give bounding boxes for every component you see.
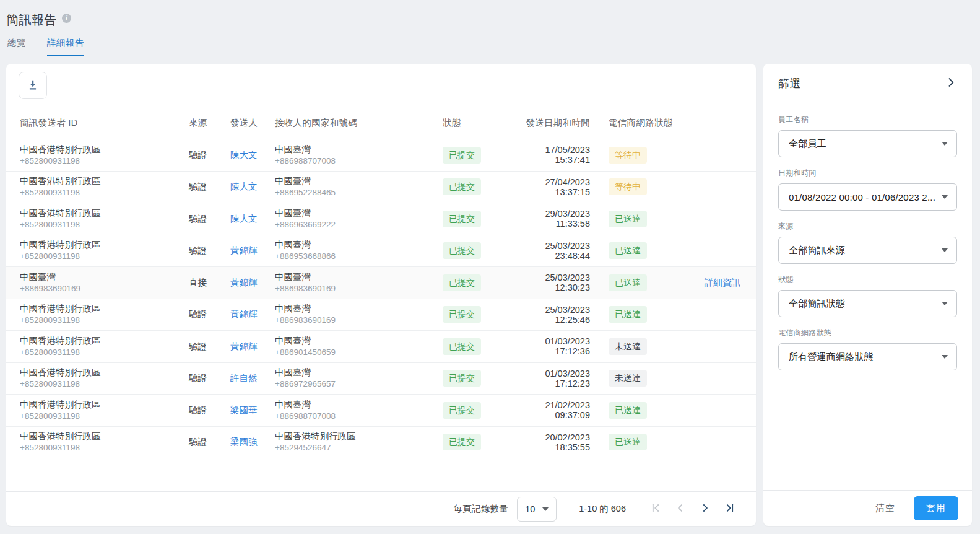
table-row[interactable]: 中國香港特別行政區 +852800931198 驗證 陳大文 中國臺灣 +886… — [6, 203, 756, 235]
filter-field-select[interactable]: 全部員工 — [778, 130, 957, 157]
filter-field-select[interactable]: 全部簡訊狀態 — [778, 290, 957, 317]
sender-cell: 中國香港特別行政區 +852800931198 — [20, 335, 189, 358]
sender-name-link[interactable]: 黃錦輝 — [230, 277, 275, 289]
status-badge: 已提交 — [443, 306, 481, 323]
recipient-number: +886953668866 — [275, 251, 443, 262]
previous-page-button[interactable] — [668, 497, 693, 522]
carrier-status-badge: 已送達 — [609, 306, 647, 323]
carrier-status-badge: 已送達 — [609, 274, 647, 291]
carrier-status-cell: 未送達 — [590, 338, 705, 355]
recipient-number: +886972965657 — [275, 379, 443, 390]
info-icon[interactable] — [62, 14, 71, 23]
sender-cell: 中國香港特別行政區 +852800931198 — [20, 431, 189, 453]
filter-field-value: 全部員工 — [789, 138, 833, 150]
recipient-cell: 中國臺灣 +886901450659 — [275, 335, 443, 358]
tab-overview[interactable]: 總覽 — [7, 37, 26, 56]
sender-name-link[interactable]: 黃錦輝 — [230, 309, 275, 320]
recipient-cell: 中國臺灣 +886963669222 — [275, 208, 443, 230]
page-title: 簡訊報告 — [6, 12, 57, 27]
column-header-datetime: 發送日期和時間 — [511, 117, 590, 129]
table-row[interactable]: 中國香港特別行政區 +852800931198 驗證 陳大文 中國臺灣 +886… — [6, 139, 756, 172]
filter-field-label: 員工名稱 — [778, 115, 957, 125]
table-row[interactable]: 中國香港特別行政區 +852800931198 驗證 黃錦輝 中國臺灣 +886… — [6, 331, 756, 363]
status-badge: 已提交 — [443, 434, 481, 450]
source-cell: 驗證 — [189, 213, 230, 225]
sender-name-link[interactable]: 陳大文 — [230, 181, 275, 193]
chevron-down-icon — [942, 302, 948, 305]
recipient-country: 中國臺灣 — [275, 175, 443, 187]
sender-cell: 中國香港特別行政區 +852800931198 — [20, 208, 189, 230]
page-size-select[interactable]: 10 — [517, 497, 557, 522]
recipient-number: +886983690169 — [275, 283, 443, 294]
download-button[interactable] — [19, 72, 47, 99]
filter-field-label: 狀態 — [778, 274, 957, 285]
sender-name-link[interactable]: 梁國強 — [230, 436, 275, 448]
sender-name-link[interactable]: 黃錦輝 — [230, 341, 275, 352]
sender-name-link[interactable]: 陳大文 — [230, 149, 275, 161]
sender-country: 中國香港特別行政區 — [20, 208, 189, 219]
recipient-number: +886988707008 — [275, 155, 443, 167]
carrier-status-badge: 已送達 — [609, 434, 647, 450]
clear-filters-button[interactable]: 清空 — [875, 502, 895, 514]
sender-name-link[interactable]: 梁國華 — [230, 405, 275, 416]
detail-info-link[interactable]: 詳細資訊 — [705, 278, 740, 287]
carrier-status-cell: 未送達 — [590, 370, 705, 387]
recipient-country: 中國臺灣 — [275, 208, 443, 219]
table-row[interactable]: 中國香港特別行政區 +852800931198 驗證 梁國華 中國臺灣 +886… — [6, 395, 756, 427]
filter-field-select[interactable]: 全部簡訊來源 — [778, 237, 957, 264]
table-row[interactable]: 中國臺灣 +886983690169 直接 黃錦輝 中國臺灣 +88698369… — [6, 267, 756, 299]
datetime-cell: 17/05/2023 15:37:41 — [511, 145, 590, 165]
status-cell: 已提交 — [443, 434, 511, 450]
carrier-status-badge: 已送達 — [609, 242, 647, 259]
recipient-number: +886983690169 — [275, 315, 443, 326]
table-row[interactable]: 中國香港特別行政區 +852800931198 驗證 黃錦輝 中國臺灣 +886… — [6, 299, 756, 331]
status-cell: 已提交 — [443, 306, 511, 323]
sender-country: 中國香港特別行政區 — [20, 367, 189, 379]
recipient-number: +886901450659 — [275, 347, 443, 358]
tab-detailed-report[interactable]: 詳細報告 — [47, 37, 84, 56]
collapse-panel-icon[interactable] — [945, 76, 957, 91]
carrier-status-badge: 未送達 — [609, 338, 647, 355]
sender-cell: 中國香港特別行政區 +852800931198 — [20, 303, 189, 326]
status-badge: 已提交 — [443, 211, 481, 227]
sender-name-link[interactable]: 許自然 — [230, 372, 275, 384]
filter-field: 員工名稱 全部員工 — [778, 115, 957, 157]
table-row[interactable]: 中國香港特別行政區 +852800931198 驗證 黃錦輝 中國臺灣 +886… — [6, 235, 756, 268]
sender-number: +886983690169 — [20, 283, 189, 294]
table-body: 中國香港特別行政區 +852800931198 驗證 陳大文 中國臺灣 +886… — [6, 139, 756, 458]
first-page-button[interactable] — [643, 497, 668, 522]
sender-cell: 中國香港特別行政區 +852800931198 — [20, 239, 189, 262]
carrier-status-cell: 已送達 — [590, 211, 705, 227]
recipient-country: 中國臺灣 — [275, 303, 443, 315]
sender-country: 中國臺灣 — [20, 271, 189, 283]
sender-number: +852800931198 — [20, 219, 189, 230]
recipient-cell: 中國臺灣 +886988707008 — [275, 399, 443, 422]
sender-cell: 中國香港特別行政區 +852800931198 — [20, 399, 189, 422]
pagination-range: 1-10 的 606 — [579, 503, 626, 515]
last-page-button[interactable] — [718, 497, 742, 522]
source-cell: 驗證 — [189, 309, 230, 320]
column-header-recipient: 接收人的國家和號碼 — [275, 117, 443, 129]
sender-name-link[interactable]: 陳大文 — [230, 213, 275, 225]
sender-name-link[interactable]: 黃錦輝 — [230, 245, 275, 256]
recipient-cell: 中國臺灣 +886988707008 — [275, 144, 443, 167]
next-page-button[interactable] — [693, 497, 718, 522]
source-cell: 直接 — [189, 277, 230, 289]
recipient-cell: 中國香港特別行政區 +85294526647 — [275, 431, 443, 453]
recipient-country: 中國香港特別行政區 — [275, 431, 443, 442]
chevron-down-icon — [542, 507, 549, 511]
table-row[interactable]: 中國香港特別行政區 +852800931198 驗證 陳大文 中國臺灣 +886… — [6, 172, 756, 204]
sender-cell: 中國臺灣 +886983690169 — [20, 271, 189, 294]
sender-country: 中國香港特別行政區 — [20, 335, 189, 347]
table-row[interactable]: 中國香港特別行政區 +852800931198 驗證 梁國強 中國香港特別行政區… — [6, 427, 756, 459]
datetime-cell: 25/03/2023 12:25:46 — [511, 305, 590, 325]
sender-number: +852800931198 — [20, 411, 189, 422]
status-badge: 已提交 — [443, 178, 481, 195]
apply-filters-button[interactable]: 套用 — [914, 496, 958, 520]
table-row[interactable]: 中國香港特別行政區 +852800931198 驗證 許自然 中國臺灣 +886… — [6, 363, 756, 395]
recipient-cell: 中國臺灣 +886972965657 — [275, 367, 443, 390]
carrier-status-cell: 已送達 — [590, 242, 705, 259]
status-badge: 已提交 — [443, 402, 481, 419]
filter-field-select[interactable]: 01/08/2022 00:00 - 01/06/2023 2... — [778, 183, 957, 211]
filter-field-select[interactable]: 所有營運商網絡狀態 — [778, 343, 957, 370]
